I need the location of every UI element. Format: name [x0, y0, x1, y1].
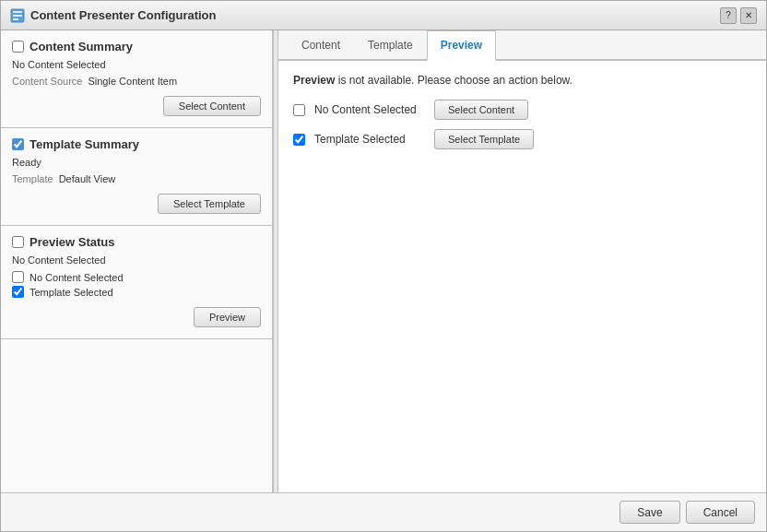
- preview-status-header: Preview Status: [12, 235, 261, 249]
- content-source-field: Content Source Single Content Item: [12, 76, 261, 87]
- preview-no-content-row: No Content Selected Select Content: [293, 100, 751, 120]
- preview-status-title: Preview Status: [30, 235, 115, 249]
- preview-status-text: No Content Selected: [12, 254, 261, 266]
- template-summary-section: Template Summary Ready Template Default …: [1, 128, 272, 226]
- preview-status-item-2: Template Selected: [12, 286, 261, 298]
- template-summary-title: Template Summary: [30, 137, 139, 151]
- preview-tab-template-label: Template Selected: [314, 133, 425, 146]
- dialog-title-text: Content Presenter Configuration: [30, 8, 217, 22]
- preview-warning-bold: Preview: [293, 74, 335, 87]
- select-content-button[interactable]: Select Content: [163, 96, 261, 116]
- preview-warning: Preview is not available. Please choose …: [293, 74, 751, 87]
- svg-rect-3: [13, 18, 18, 20]
- content-source-value: Single Content Item: [88, 76, 177, 87]
- preview-template-selected-checkbox[interactable]: [12, 286, 24, 298]
- tab-preview[interactable]: Preview: [427, 30, 496, 61]
- template-field-value: Default View: [59, 173, 116, 184]
- template-field: Template Default View: [12, 173, 261, 184]
- content-summary-section: Content Summary No Content Selected Cont…: [1, 30, 272, 128]
- dialog: Content Presenter Configuration ? ✕ Cont…: [0, 0, 767, 532]
- preview-tab-no-content-label: No Content Selected: [314, 103, 425, 116]
- close-button[interactable]: ✕: [740, 7, 757, 24]
- preview-template-selected-row: Template Selected Select Template: [293, 129, 751, 149]
- dialog-title: Content Presenter Configuration: [10, 8, 217, 23]
- tab-template[interactable]: Template: [354, 30, 427, 61]
- svg-rect-1: [13, 11, 22, 13]
- content-source-label: Content Source: [12, 76, 82, 87]
- preview-no-content-label: No Content Selected: [30, 272, 124, 283]
- preview-tab-select-content-button[interactable]: Select Content: [434, 100, 528, 120]
- content-summary-status: No Content Selected: [12, 59, 261, 70]
- preview-warning-text: is not available. Please choose an actio…: [338, 74, 572, 87]
- select-template-button[interactable]: Select Template: [158, 194, 261, 214]
- help-button[interactable]: ?: [720, 7, 737, 24]
- preview-tab-content: Preview is not available. Please choose …: [278, 61, 766, 492]
- dialog-icon: [10, 8, 25, 23]
- dialog-body: Content Summary No Content Selected Cont…: [1, 30, 766, 492]
- template-summary-status: Ready: [12, 157, 261, 168]
- preview-tab-template-checkbox[interactable]: [293, 134, 305, 146]
- right-panel: Content Template Preview Preview is not …: [278, 30, 766, 492]
- dialog-titlebar: Content Presenter Configuration ? ✕: [1, 1, 766, 30]
- preview-button[interactable]: Preview: [194, 307, 261, 327]
- template-summary-checkbox[interactable]: [12, 138, 24, 150]
- tabs-bar: Content Template Preview: [278, 30, 766, 61]
- save-button[interactable]: Save: [620, 501, 679, 524]
- cancel-button[interactable]: Cancel: [686, 501, 755, 524]
- tab-content[interactable]: Content: [288, 30, 354, 61]
- preview-status-checkbox[interactable]: [12, 236, 24, 248]
- preview-status-section: Preview Status No Content Selected No Co…: [1, 226, 272, 339]
- preview-tab-no-content-checkbox[interactable]: [293, 104, 305, 116]
- dialog-footer: Save Cancel: [1, 492, 766, 531]
- preview-tab-select-template-button[interactable]: Select Template: [434, 129, 534, 149]
- preview-template-selected-label: Template Selected: [30, 287, 113, 298]
- content-summary-title: Content Summary: [30, 40, 133, 53]
- preview-no-content-checkbox[interactable]: [12, 271, 24, 283]
- preview-status-item-1: No Content Selected: [12, 271, 261, 283]
- content-summary-checkbox[interactable]: [12, 41, 24, 53]
- template-summary-header: Template Summary: [12, 137, 261, 151]
- content-summary-header: Content Summary: [12, 40, 261, 53]
- left-panel: Content Summary No Content Selected Cont…: [1, 30, 273, 492]
- template-field-label: Template: [12, 173, 53, 184]
- svg-rect-2: [13, 15, 22, 17]
- titlebar-buttons: ? ✕: [720, 7, 757, 24]
